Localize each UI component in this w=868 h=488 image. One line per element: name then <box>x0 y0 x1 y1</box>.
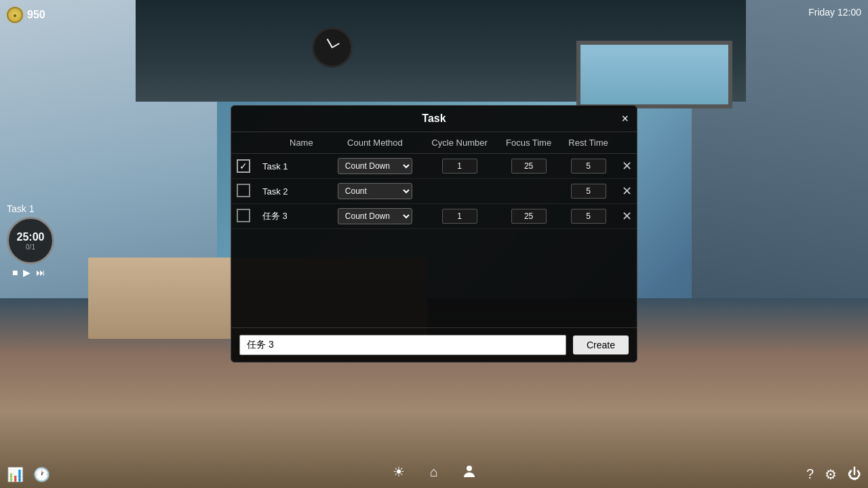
cycle-number-input-3[interactable] <box>442 209 477 224</box>
modal-header: Task × <box>231 106 637 132</box>
hud-top-right: Friday 12:00 <box>808 7 861 18</box>
col-checkbox <box>231 132 256 154</box>
table-row: Task 2Count DownCount✕ <box>231 179 637 204</box>
timer-count: 0/1 <box>26 243 35 251</box>
task-table: Name Count Method Cycle Number Focus Tim… <box>231 132 637 229</box>
timer-task-label: Task 1 <box>7 203 54 214</box>
help-icon[interactable]: ? <box>806 466 814 483</box>
new-task-input[interactable] <box>239 335 566 355</box>
nav-sun-icon[interactable]: ☀ <box>388 461 410 483</box>
task-checkbox-2[interactable] <box>237 184 250 197</box>
col-count-method: Count Method <box>328 132 422 154</box>
modal-title: Task <box>422 113 446 125</box>
window <box>576 41 732 108</box>
task-list: Task 1Count DownCount✕Task 2Count DownCo… <box>231 154 637 229</box>
task-name-1: Task 1 <box>262 161 288 171</box>
bottom-right-icons: ? ⚙ ⏻ <box>806 466 861 483</box>
coin-count: 950 <box>27 9 45 21</box>
focus-time-input-1[interactable] <box>511 159 547 174</box>
timer-play-button[interactable]: ▶ <box>23 267 31 278</box>
wall-clock <box>312 27 353 68</box>
task-name-3: 任务 3 <box>262 211 288 221</box>
svg-point-0 <box>467 466 472 471</box>
modal-close-button[interactable]: × <box>621 113 629 125</box>
col-name: Name <box>256 132 328 154</box>
timer-circle: 25:00 0/1 <box>7 217 54 264</box>
delete-task-button-1[interactable]: ✕ <box>622 160 632 172</box>
table-header-row: Name Count Method Cycle Number Focus Tim… <box>231 132 637 154</box>
power-icon[interactable]: ⏻ <box>848 466 861 483</box>
table-row: 任务 3Count DownCount✕ <box>231 204 637 229</box>
hud-top-left: ● 950 <box>7 7 45 23</box>
count-method-select-3[interactable]: Count DownCount <box>338 208 412 224</box>
task-name-2: Task 2 <box>262 186 288 197</box>
rest-time-input-1[interactable] <box>571 159 606 174</box>
col-delete <box>616 132 637 154</box>
nav-user-icon[interactable] <box>458 461 480 483</box>
table-row: Task 1Count DownCount✕ <box>231 154 637 179</box>
modal-body: Name Count Method Cycle Number Focus Tim… <box>231 132 637 270</box>
rest-time-input-2[interactable] <box>571 184 606 199</box>
task-checkbox-1[interactable] <box>237 159 250 173</box>
cycle-number-input-1[interactable] <box>442 159 477 174</box>
rest-time-input-3[interactable] <box>571 209 606 224</box>
delete-task-button-3[interactable]: ✕ <box>622 210 632 222</box>
col-focus-time: Focus Time <box>497 132 560 154</box>
task-modal: Task × Name Count Method Cycle Number Fo… <box>231 105 637 363</box>
task-checkbox-3[interactable] <box>237 209 250 222</box>
bottom-nav: ☀ ⌂ <box>388 461 480 483</box>
timer-controls: ■ ▶ ⏭ <box>7 267 54 278</box>
timer-time: 25:00 <box>17 231 45 243</box>
modal-footer: Create <box>231 327 637 362</box>
coin-icon: ● <box>7 7 23 23</box>
col-rest-time: Rest Time <box>560 132 616 154</box>
settings-icon[interactable]: ⚙ <box>825 466 837 483</box>
timer-skip-button[interactable]: ⏭ <box>36 267 45 278</box>
datetime-display: Friday 12:00 <box>808 7 861 18</box>
create-button[interactable]: Create <box>573 336 629 354</box>
stats-icon[interactable]: 📊 <box>7 466 24 483</box>
focus-time-input-3[interactable] <box>511 209 547 224</box>
col-cycle-number: Cycle Number <box>422 132 497 154</box>
timer-widget: Task 1 25:00 0/1 ■ ▶ ⏭ <box>7 203 54 278</box>
count-method-select-1[interactable]: Count DownCount <box>338 158 412 174</box>
clock-icon[interactable]: 🕐 <box>33 466 50 483</box>
nav-home-icon[interactable]: ⌂ <box>423 461 445 483</box>
count-method-select-2[interactable]: Count DownCount <box>338 183 412 199</box>
timer-stop-button[interactable]: ■ <box>12 267 18 278</box>
delete-task-button-2[interactable]: ✕ <box>622 185 632 197</box>
